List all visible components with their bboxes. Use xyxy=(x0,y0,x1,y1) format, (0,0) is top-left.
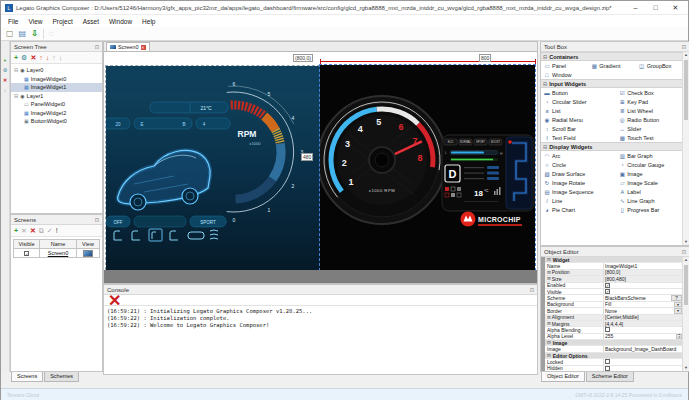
screen-thumbnail-icon[interactable] xyxy=(83,250,93,257)
toolbox-item-slider[interactable]: ↔Slider xyxy=(616,124,683,133)
toolbox-item-circular-gauge[interactable]: ◔Circular Gauge xyxy=(616,160,683,169)
toolbox-item-window[interactable]: □Window xyxy=(541,70,588,79)
toolbox-item-pie-chart[interactable]: ◕Pie Chart xyxy=(541,205,616,214)
dock-down-icon[interactable]: ↓ xyxy=(4,87,7,93)
menu-project[interactable]: Project xyxy=(47,18,77,25)
collapse-icon[interactable]: ⊟ xyxy=(543,54,547,60)
scroll-up-icon[interactable]: ▲ xyxy=(684,52,688,57)
scheme-picker-button[interactable]: ? xyxy=(671,295,682,300)
minimize-button[interactable]: – xyxy=(627,4,644,11)
alpha-blending-checkbox[interactable] xyxy=(605,327,610,332)
toolbox-item-touch-test[interactable]: ▦Touch Test xyxy=(616,133,683,142)
tree-node-buttonwidget0[interactable]: ▣ ButtonWidget0 xyxy=(11,117,102,126)
tab-screen0[interactable]: Screen0 ✕ xyxy=(106,42,150,51)
collapse-icon[interactable]: ⊟ xyxy=(543,144,547,150)
menu-view[interactable]: View xyxy=(23,18,47,25)
tab-object-editor[interactable]: Object Editor xyxy=(541,372,585,382)
section-containers[interactable]: ⊟ Containers xyxy=(541,52,683,61)
toolbox-item-image-sequence[interactable]: ▤Image Sequence xyxy=(541,187,616,196)
dock-delete-icon[interactable]: ✕ xyxy=(3,77,7,83)
canvas-area[interactable]: (800,0) 800 480 2 xyxy=(104,52,537,283)
toolbox-item-image-scale[interactable]: ▱Image Scale xyxy=(616,178,683,187)
save-project-icon[interactable]: ⇩ xyxy=(31,29,38,38)
dock-gear-icon[interactable]: ⚙ xyxy=(3,67,7,73)
expander-icon[interactable]: ⊟ xyxy=(14,93,18,99)
scroll-down-icon[interactable]: ▼ xyxy=(683,365,689,371)
scroll-thumb[interactable] xyxy=(684,265,688,305)
toolbox-item-radial-menu[interactable]: ◉Radial Menu xyxy=(541,115,616,124)
toolbox-item-radio-button[interactable]: ◎Radio Button xyxy=(616,115,683,124)
object-editor-scrollbar[interactable]: ▲ ▼ xyxy=(682,257,689,371)
toolbox-item-image[interactable]: ▣Image xyxy=(616,169,683,178)
float-panel-icon[interactable]: ⊡ xyxy=(530,287,534,293)
toolbox-scrollbar[interactable]: ▲ ▼ xyxy=(682,52,689,245)
toolbox-item-keypad[interactable]: ⊞Key Pad xyxy=(616,97,683,106)
tree-node-layer0[interactable]: ⊟ ◉ Layer0 xyxy=(11,66,102,75)
validate-screen-icon[interactable]: ✓ xyxy=(47,227,53,235)
toolbox-item-list-wheel[interactable]: ≣List Wheel xyxy=(616,106,683,115)
collapse-icon[interactable]: ⊟ xyxy=(543,81,547,87)
new-project-icon[interactable]: ▢ xyxy=(6,29,14,38)
toolbox-item-line[interactable]: /Line xyxy=(541,196,616,205)
tree-node-layer1[interactable]: ⊟ ◉ Layer1 xyxy=(11,92,102,101)
tree-node-imagewidget1[interactable]: ▦ ImageWidget1 xyxy=(11,83,102,92)
toolbox-item-list[interactable]: ≡List xyxy=(541,106,616,115)
image-widget0-preview[interactable]: 21°C 20 E B 4 xyxy=(105,65,320,270)
menu-help[interactable]: Help xyxy=(137,18,160,25)
toolbox-item-text-field[interactable]: IText Field xyxy=(541,133,616,142)
delete-widget-icon[interactable]: ✕ xyxy=(30,54,36,62)
delete-screen-icon[interactable]: ✕ xyxy=(30,227,36,235)
menu-window[interactable]: Window xyxy=(104,18,137,25)
menu-file[interactable]: File xyxy=(3,18,23,25)
duplicate-screen-icon[interactable]: ⧉ xyxy=(39,227,44,235)
toolbox-item-scroll-bar[interactable]: ↕Scroll Bar xyxy=(541,124,616,133)
toolbox-item-circular-slider[interactable]: ◔Circular Slider xyxy=(541,97,616,106)
move-down-icon[interactable]: ↓ xyxy=(46,54,50,61)
tab-screens[interactable]: Screens xyxy=(11,372,43,382)
locked-checkbox[interactable] xyxy=(605,359,610,364)
toolbox-item-label[interactable]: ALabel xyxy=(616,187,683,196)
toolbox-item-circle[interactable]: ○Circle xyxy=(541,160,616,169)
screen-design-surface[interactable]: 21°C 20 E B 4 xyxy=(105,65,537,270)
float-panel-icon[interactable]: ⊡ xyxy=(95,217,99,223)
clear-console-icon[interactable]: ✕ xyxy=(108,291,121,310)
promote-icon[interactable]: ↑ xyxy=(52,54,56,61)
scroll-up-icon[interactable]: ▲ xyxy=(684,257,688,262)
demote-icon[interactable]: ↓ xyxy=(59,54,63,61)
enabled-checkbox[interactable]: ✓ xyxy=(605,283,610,288)
screen-visible-checkbox[interactable]: ✓ xyxy=(24,251,29,256)
visible-checkbox[interactable]: ✓ xyxy=(605,289,610,294)
tab-schemes[interactable]: Schemes xyxy=(44,372,79,382)
section-display-widgets[interactable]: ⊟ Display Widgets xyxy=(541,142,683,151)
toolbox-item-panel[interactable]: ▭Panel xyxy=(541,61,588,70)
float-panel-icon[interactable]: ⊡ xyxy=(682,249,686,255)
hidden-checkbox[interactable] xyxy=(605,366,610,371)
tree-node-imagewidget2[interactable]: ▦ ImageWidget2 xyxy=(11,109,102,118)
expander-icon[interactable]: ⊟ xyxy=(14,67,18,73)
toolbox-item-arc[interactable]: ◠Arc xyxy=(541,151,616,160)
move-up-icon[interactable]: ↑ xyxy=(39,54,43,61)
edit-widget-icon[interactable]: ⚙ xyxy=(21,54,27,62)
remove-screen-icon[interactable]: ✕ xyxy=(21,227,27,235)
tab-scheme-editor[interactable]: Scheme Editor xyxy=(586,372,634,382)
add-widget-icon[interactable]: + xyxy=(14,54,18,61)
toolbox-item-bar-graph[interactable]: ▥Bar Graph xyxy=(616,151,683,160)
toolbox-item-groupbox[interactable]: ◫GroupBox xyxy=(636,61,683,70)
maximize-button[interactable]: □ xyxy=(647,4,664,11)
toolbox-item-line-graph[interactable]: ∿Line Graph xyxy=(616,196,683,205)
toolbox-item-gradient[interactable]: ▦Gradient xyxy=(588,61,635,70)
dropdown-arrow-icon[interactable]: ▾ xyxy=(674,302,682,307)
tree-node-panelwidget0[interactable]: ▭ PanelWidget0 xyxy=(11,100,102,109)
float-panel-icon[interactable]: ⊡ xyxy=(95,44,99,50)
add-screen-icon[interactable]: + xyxy=(14,227,18,234)
screen-name-link[interactable]: Screen0 xyxy=(48,250,69,256)
image-widget1-preview[interactable]: 1 2 3 4 5 6 7 8 x1000 RPM xyxy=(320,65,535,270)
scroll-thumb[interactable] xyxy=(684,60,688,120)
toolbox-item-checkbox[interactable]: ☑Check Box xyxy=(616,88,683,97)
open-project-icon[interactable]: ▤ xyxy=(19,29,27,38)
float-panel-icon[interactable]: ⊡ xyxy=(682,44,686,50)
settings-icon[interactable]: ◌ xyxy=(49,29,54,38)
dropdown-arrow-icon[interactable]: ▾ xyxy=(674,308,682,313)
warning-icon[interactable]: ! xyxy=(56,227,58,234)
toolbox-item-image-rotate[interactable]: ↻Image Rotate xyxy=(541,178,616,187)
